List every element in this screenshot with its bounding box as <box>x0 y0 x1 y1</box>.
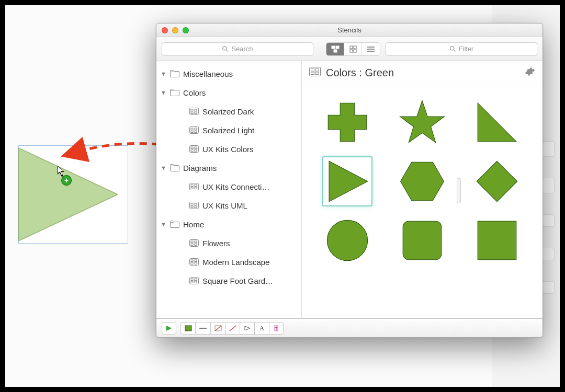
folder-icon <box>170 88 180 97</box>
filter-input[interactable]: Filter <box>386 42 537 56</box>
tree-folder[interactable]: ▼ Diagrams <box>156 158 301 177</box>
shape-right-triangle[interactable] <box>473 98 521 146</box>
tree-folder[interactable]: ▼ Home <box>156 215 301 234</box>
tool-noimage-button[interactable] <box>210 322 225 335</box>
svg-line-17 <box>454 50 455 51</box>
svg-marker-79 <box>166 326 172 331</box>
stencil-icon <box>189 145 199 153</box>
stencil-icon <box>189 126 199 134</box>
tree-stencil-item[interactable]: UX Kits UML <box>156 196 301 215</box>
folder-icon <box>170 220 180 228</box>
svg-rect-8 <box>334 50 337 52</box>
shape-diamond[interactable] <box>473 157 521 205</box>
stencil-icon <box>189 239 199 247</box>
svg-rect-6 <box>332 46 335 49</box>
disclosure-triangle-icon[interactable]: ▼ <box>161 165 166 171</box>
shape-hexagon[interactable] <box>398 157 446 205</box>
shape-plus[interactable] <box>323 98 371 146</box>
svg-rect-7 <box>336 46 339 49</box>
filter-placeholder: Filter <box>459 45 474 53</box>
svg-rect-12 <box>354 50 356 52</box>
folder-icon <box>170 70 180 78</box>
stencil-preview-panel: Colors : Green <box>302 61 543 318</box>
svg-rect-77 <box>403 221 442 260</box>
tree-folder-label: Colors <box>183 88 206 97</box>
svg-marker-74 <box>401 162 444 201</box>
tool-font-button[interactable]: A <box>254 322 269 335</box>
search-placeholder: Search <box>231 45 253 53</box>
svg-rect-18 <box>171 72 179 77</box>
view-mode-segmented <box>326 42 380 56</box>
svg-rect-49 <box>171 222 179 228</box>
shape-play-triangle[interactable] <box>323 157 371 205</box>
shape-rounded-square[interactable] <box>398 216 446 264</box>
shape-square[interactable] <box>473 216 521 264</box>
svg-rect-19 <box>171 71 174 72</box>
stencil-tree[interactable]: ▼ Miscellaneous ▼ Colors Solarized Dark … <box>156 61 302 318</box>
tree-item-label: Flowers <box>202 239 230 248</box>
copy-badge-icon: + <box>62 176 71 185</box>
search-input[interactable]: Search <box>162 42 313 56</box>
svg-point-4 <box>223 47 227 50</box>
tool-text-button[interactable]: T <box>269 322 284 335</box>
tree-stencil-item[interactable]: Modern Landscape <box>156 252 301 271</box>
view-mode-list-button[interactable] <box>362 43 380 55</box>
window-toolbar: Search Filter <box>156 37 543 61</box>
close-window-button[interactable] <box>162 27 168 33</box>
tool-shape-button[interactable] <box>240 322 254 335</box>
split-resize-handle[interactable] <box>457 178 461 203</box>
stencils-window: Stencils Search Filter ▼ <box>156 23 543 338</box>
tree-item-label: Square Foot Gard… <box>202 276 273 285</box>
view-mode-tree-button[interactable] <box>326 43 344 55</box>
tree-folder[interactable]: ▼ Colors <box>156 83 301 102</box>
tool-fill-button[interactable] <box>180 322 195 335</box>
stencil-icon <box>189 107 199 116</box>
stencil-icon <box>309 67 321 79</box>
tool-line-button[interactable] <box>195 322 210 335</box>
disclosure-triangle-icon[interactable]: ▼ <box>161 89 166 96</box>
minimize-window-button[interactable] <box>172 27 178 33</box>
svg-point-16 <box>450 47 454 50</box>
svg-marker-71 <box>400 100 445 142</box>
disclosure-triangle-icon[interactable]: ▼ <box>161 221 166 227</box>
svg-rect-20 <box>171 90 179 96</box>
tree-folder[interactable]: ▼ Miscellaneous <box>156 64 301 83</box>
tree-item-label: Modern Landscape <box>202 258 269 267</box>
svg-rect-21 <box>171 89 174 91</box>
tree-stencil-item[interactable]: Solarized Dark <box>156 102 301 121</box>
svg-rect-37 <box>171 166 179 171</box>
shape-circle[interactable] <box>323 216 371 264</box>
tree-stencil-item[interactable]: UX Kits Connecti… <box>156 177 301 196</box>
tool-noshadow-button[interactable] <box>225 322 240 335</box>
svg-line-84 <box>230 326 236 331</box>
play-button[interactable] <box>162 322 176 335</box>
svg-marker-0 <box>18 148 118 241</box>
zoom-window-button[interactable] <box>183 27 189 33</box>
svg-rect-10 <box>354 46 356 49</box>
window-titlebar[interactable]: Stencils <box>156 24 543 37</box>
tree-stencil-item[interactable]: UX Kits Colors <box>156 140 301 158</box>
svg-text:T: T <box>275 326 278 331</box>
svg-rect-80 <box>185 326 191 331</box>
svg-line-5 <box>227 50 228 51</box>
shape-star[interactable] <box>398 98 446 146</box>
gear-icon[interactable] <box>525 66 535 79</box>
tree-stencil-item[interactable]: Solarized Light <box>156 121 301 140</box>
disclosure-triangle-icon[interactable]: ▼ <box>161 71 166 77</box>
stencil-icon <box>189 276 199 285</box>
tree-item-label: Solarized Light <box>202 126 254 135</box>
svg-rect-38 <box>171 165 174 166</box>
preview-title: Colors : Green <box>326 67 394 79</box>
window-bottom-toolbar: A T <box>156 318 543 337</box>
stencil-icon <box>189 182 199 191</box>
svg-point-76 <box>327 220 368 260</box>
svg-marker-73 <box>329 161 368 201</box>
view-mode-grid-button[interactable] <box>344 43 362 55</box>
tree-stencil-item[interactable]: Square Foot Gard… <box>156 271 301 290</box>
tree-stencil-item[interactable]: Flowers <box>156 234 301 252</box>
tree-folder-label: Miscellaneous <box>183 70 233 78</box>
tree-item-label: UX Kits Colors <box>202 145 254 154</box>
svg-rect-11 <box>350 50 353 52</box>
tree-folder-label: Home <box>183 220 204 229</box>
svg-rect-78 <box>478 221 516 260</box>
